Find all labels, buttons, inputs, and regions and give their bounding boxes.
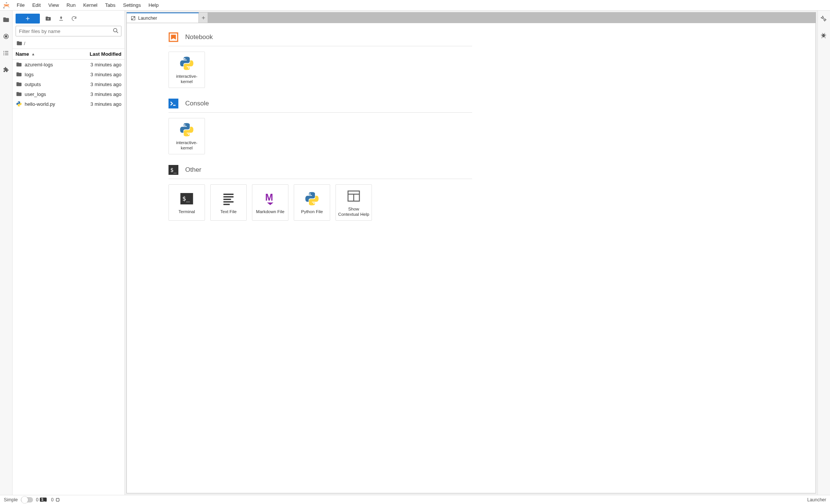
card-label: Python File (301, 209, 323, 215)
status-mode: Launcher (807, 497, 826, 502)
tab-label: Launcher (138, 16, 157, 21)
upload-icon[interactable] (57, 14, 66, 23)
running-icon[interactable] (2, 33, 10, 40)
simple-mode-toggle[interactable] (21, 497, 33, 502)
file-modified: 3 minutes ago (72, 72, 121, 77)
simple-mode-label: Simple (4, 497, 18, 502)
new-folder-icon[interactable] (44, 14, 53, 23)
launcher-card-show-contextual-help[interactable]: Show Contextual Help (335, 184, 372, 221)
svg-point-1 (3, 7, 5, 8)
menu-help[interactable]: Help (145, 1, 162, 9)
svg-rect-8 (5, 53, 8, 53)
card-label: Text File (220, 209, 237, 215)
svg-point-5 (3, 51, 4, 52)
launcher-tab-icon (131, 16, 136, 21)
terminal-dark-section-icon: $_ (169, 165, 178, 175)
file-modified: 3 minutes ago (72, 91, 121, 97)
svg-rect-24 (224, 204, 230, 205)
menu-run[interactable]: Run (63, 1, 79, 9)
file-row[interactable]: azureml-logs3 minutes ago (13, 60, 124, 69)
card-label: interactive-kernel (171, 140, 202, 151)
debugger-icon[interactable] (820, 32, 828, 39)
toc-icon[interactable] (2, 49, 10, 57)
python-file-icon (16, 100, 22, 107)
svg-point-0 (6, 2, 7, 3)
section-title: Notebook (185, 33, 213, 41)
menubar: FileEditViewRunKernelTabsSettingsHelp (0, 0, 830, 11)
folder-icon (16, 81, 22, 88)
file-row[interactable]: outputs3 minutes ago (13, 79, 124, 89)
property-inspector-icon[interactable] (820, 15, 828, 23)
file-browser: / Name ▲ Last Modified azureml-logs3 min… (13, 11, 125, 495)
folder-icon[interactable] (2, 16, 10, 24)
left-rail (0, 11, 13, 495)
file-row[interactable]: logs3 minutes ago (13, 69, 124, 79)
menu-file[interactable]: File (13, 1, 28, 9)
menu-edit[interactable]: Edit (28, 1, 44, 9)
svg-text:$_: $_ (182, 195, 190, 202)
file-name: outputs (25, 82, 72, 87)
file-list-header: Name ▲ Last Modified (13, 49, 124, 60)
section-title: Other (185, 166, 202, 174)
folder-icon (16, 71, 22, 78)
menu-view[interactable]: View (44, 1, 63, 9)
python-icon (178, 55, 195, 72)
file-modified: 3 minutes ago (72, 101, 121, 107)
svg-rect-4 (5, 36, 7, 38)
svg-point-29 (822, 17, 824, 19)
launcher-section-notebook: Notebookinteractive-kernel (169, 32, 472, 88)
file-row[interactable]: hello-world.py3 minutes ago (13, 99, 124, 109)
column-name[interactable]: Name ▲ (13, 49, 75, 59)
file-row[interactable]: user_logs3 minutes ago (13, 89, 124, 99)
launcher-card-markdown-file[interactable]: MMarkdown File (252, 184, 288, 221)
terminal-dark-icon: $_ (178, 190, 195, 207)
column-modified[interactable]: Last Modified (75, 49, 124, 59)
file-modified: 3 minutes ago (72, 82, 121, 87)
launcher-card-interactive-kernel[interactable]: interactive-kernel (169, 118, 205, 154)
extensions-icon[interactable] (2, 66, 10, 74)
markdown-icon: M (262, 190, 279, 207)
filter-files-input[interactable] (16, 26, 121, 36)
menu-kernel[interactable]: Kernel (79, 1, 101, 9)
terminal-badge-icon: $_ (40, 498, 46, 502)
jupyter-logo-icon (2, 1, 11, 9)
svg-rect-6 (5, 51, 8, 52)
search-icon (112, 27, 119, 34)
menu-settings[interactable]: Settings (119, 1, 145, 9)
file-name: azureml-logs (25, 62, 72, 68)
launcher-card-terminal[interactable]: $_Terminal (169, 184, 205, 221)
launcher-card-text-file[interactable]: Text File (210, 184, 247, 221)
section-title: Console (185, 100, 209, 107)
svg-point-11 (113, 28, 117, 32)
breadcrumb[interactable]: / (13, 39, 124, 49)
folder-icon (16, 61, 22, 68)
svg-rect-20 (224, 194, 234, 195)
launcher-section-console: Consoleinteractive-kernel (169, 99, 472, 154)
svg-rect-22 (224, 199, 231, 200)
launcher-card-interactive-kernel[interactable]: interactive-kernel (169, 52, 205, 88)
folder-icon (16, 91, 22, 97)
svg-point-31 (822, 34, 825, 37)
card-label: Markdown File (256, 209, 285, 215)
main-area: Launcher Notebookinteractive-kernelConso… (125, 11, 817, 495)
console-section-icon (169, 99, 178, 108)
svg-rect-23 (224, 201, 234, 203)
status-bar: Simple 0 $_ 0 Launcher (0, 495, 830, 504)
launcher-card-python-file[interactable]: Python File (294, 184, 330, 221)
right-rail (817, 11, 830, 495)
file-modified: 3 minutes ago (72, 62, 121, 68)
sort-asc-icon: ▲ (31, 52, 35, 56)
menu-tabs[interactable]: Tabs (101, 1, 119, 9)
status-kernels[interactable]: 0 (51, 497, 61, 502)
svg-rect-14 (169, 99, 178, 108)
tab-launcher[interactable]: Launcher (127, 13, 199, 23)
svg-text:$_: $_ (170, 167, 177, 173)
add-tab-button[interactable] (199, 13, 208, 23)
svg-rect-10 (5, 55, 8, 55)
new-launcher-button[interactable] (16, 14, 40, 24)
status-terminals[interactable]: 0 $_ (36, 497, 47, 502)
svg-rect-32 (57, 498, 59, 501)
refresh-icon[interactable] (69, 14, 79, 23)
launcher-body: Notebookinteractive-kernelConsoleinterac… (127, 23, 816, 493)
launcher-section-other: $_Other$_TerminalText FileMMarkdown File… (169, 165, 472, 221)
